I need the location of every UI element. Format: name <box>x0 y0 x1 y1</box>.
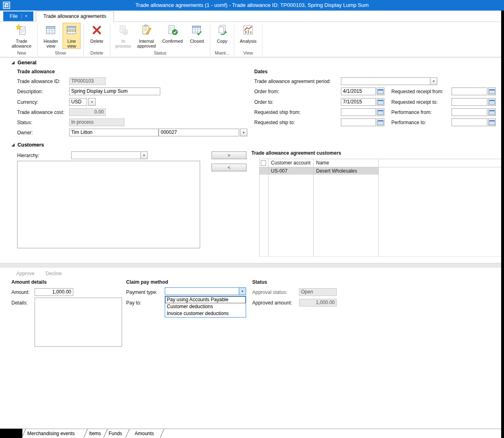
pay-to-label: Pay to: <box>126 300 141 306</box>
closed-button[interactable]: Closed <box>187 23 207 49</box>
ribbon: Trade allowance New Header view Line v <box>0 22 501 57</box>
column-header-name[interactable]: Name <box>316 160 329 166</box>
dropdown-icon[interactable]: ▾ <box>430 78 437 85</box>
analysis-button[interactable]: Analysis <box>237 23 259 49</box>
confirmed-button[interactable]: Confirmed <box>159 23 185 49</box>
details-label: Details: <box>11 300 28 306</box>
move-left-button[interactable]: < <box>212 164 247 171</box>
status-field: In process <box>69 118 124 126</box>
tab-merchandising-events[interactable]: Merchandising events <box>27 431 75 436</box>
performance-from-label: Performance from: <box>391 110 432 115</box>
delete-button[interactable]: Delete <box>87 23 107 49</box>
dropdown-icon[interactable]: ▾ <box>140 152 147 159</box>
ribbon-group-new: Trade allowance New <box>7 23 36 57</box>
requested-receipt-to-calendar-icon[interactable] <box>488 98 496 106</box>
dropdown-icon[interactable]: ▾ <box>239 288 246 295</box>
owner-name-field[interactable]: Tim Litton <box>69 129 159 136</box>
decline-button: Decline <box>46 271 62 276</box>
trade-allowance-id-label: Trade allowance ID: <box>17 79 60 84</box>
payment-option[interactable]: Invoice customer deductions <box>165 310 246 317</box>
collapse-icon <box>11 143 15 147</box>
hierarchy-combo[interactable]: ▾ <box>71 151 148 159</box>
order-from-label: Order from: <box>254 89 279 94</box>
order-to-field[interactable]: 7/1/2015 <box>341 98 376 106</box>
chevron-down-icon: ▾ <box>22 13 27 19</box>
header-view-icon <box>45 24 57 38</box>
cell-customer-name[interactable]: Desert Wholesales <box>316 168 357 174</box>
copy-button[interactable]: Copy <box>213 23 231 49</box>
hierarchy-label: Hierarchy: <box>17 153 39 158</box>
requested-ship-from-calendar-icon[interactable] <box>377 108 384 116</box>
file-menu-button[interactable]: File ▾ <box>3 11 33 21</box>
trade-allowance-button[interactable]: Trade allowance <box>9 23 34 49</box>
general-section-header[interactable]: General <box>11 60 37 66</box>
requested-receipt-to-field[interactable] <box>452 98 487 106</box>
amount-field[interactable]: 1,000.00 <box>35 288 73 296</box>
ribbon-separator <box>234 24 234 56</box>
trade-allowance-cost-field: 0.00 <box>69 108 106 116</box>
move-right-button[interactable]: > <box>212 151 247 159</box>
agreement-period-combo[interactable]: ▾ <box>341 77 437 85</box>
app-window: Trade allowance agreements (1 - usmf) - … <box>0 0 504 438</box>
collapse-icon <box>11 61 15 64</box>
new-trade-allowance-icon <box>15 24 28 38</box>
closed-button-label: Closed <box>187 39 207 44</box>
ribbon-group-delete: Delete Delete <box>85 23 109 57</box>
payment-option[interactable]: Pay using Accounts Payable <box>165 296 246 303</box>
ribbon-group-view: Analysis View <box>236 23 261 57</box>
payment-type-combo[interactable]: ▾ <box>165 287 246 295</box>
customers-grid-title: Trade allowance agreement customers <box>251 150 341 156</box>
grid-border <box>268 159 268 256</box>
ribbon-group-maintain: Copy Maint... <box>212 23 233 57</box>
currency-dropdown-icon[interactable]: ▾ <box>88 98 96 106</box>
requested-ship-from-label: Requested ship from: <box>254 110 301 115</box>
ribbon-tab-trade-allowance-agreements[interactable]: Trade allowance agreements <box>36 11 114 22</box>
tab-amounts[interactable]: Amounts <box>135 431 154 436</box>
tab-funds[interactable]: Funds <box>109 431 122 436</box>
currency-label: Currency: <box>17 99 38 105</box>
ribbon-separator <box>37 24 37 56</box>
delete-icon <box>91 24 103 38</box>
payment-option[interactable]: Customer deductions <box>165 303 246 310</box>
desktop-edge <box>501 11 504 438</box>
panel-splitter[interactable] <box>0 263 501 267</box>
order-to-calendar-icon[interactable] <box>377 98 384 106</box>
internal-approved-button[interactable]: Internal approved <box>135 23 158 49</box>
requested-ship-to-field[interactable] <box>341 118 376 126</box>
owner-dropdown-icon[interactable]: ▾ <box>240 129 247 136</box>
confirmed-button-label: Confirmed <box>160 39 185 44</box>
owner-id-field[interactable]: 000027 <box>159 129 239 136</box>
hierarchy-customer-listbox[interactable] <box>17 161 200 248</box>
requested-ship-from-field[interactable] <box>341 108 376 116</box>
line-view-button-label: Line view <box>63 39 80 48</box>
header-view-button[interactable]: Header view <box>40 23 61 49</box>
column-header-customer-account[interactable]: Customer account <box>271 160 310 166</box>
performance-from-field[interactable] <box>452 108 487 116</box>
ribbon-group-label-delete: Delete <box>90 50 103 57</box>
tab-items[interactable]: Items <box>89 431 101 436</box>
order-from-field[interactable]: 4/1/2015 <box>341 88 376 95</box>
currency-field[interactable]: USD <box>69 98 87 106</box>
approve-button: Approve <box>16 271 35 276</box>
requested-receipt-from-field[interactable] <box>452 88 487 95</box>
details-textarea[interactable] <box>35 298 122 347</box>
select-all-checkbox[interactable] <box>261 160 266 166</box>
requested-ship-to-calendar-icon[interactable] <box>377 118 384 126</box>
in-process-button-label: In process <box>113 39 133 48</box>
trade-allowance-cost-label: Trade allowance cost: <box>17 110 64 115</box>
cell-customer-account[interactable]: US-007 <box>271 168 288 174</box>
agreement-period-value <box>341 78 430 85</box>
customers-section-header[interactable]: Customers <box>11 142 44 148</box>
description-field[interactable]: Spring Display Lump Sum <box>69 88 160 95</box>
performance-from-calendar-icon[interactable] <box>488 108 496 116</box>
general-section-title: General <box>17 60 37 66</box>
requested-receipt-from-calendar-icon[interactable] <box>488 88 496 95</box>
performance-to-field[interactable] <box>452 118 487 126</box>
performance-to-calendar-icon[interactable] <box>488 118 496 126</box>
dates-subheader: Dates <box>254 69 268 74</box>
hierarchy-value <box>72 152 140 159</box>
order-from-calendar-icon[interactable] <box>377 88 384 95</box>
grid-border <box>378 159 379 256</box>
line-view-button[interactable]: Line view <box>63 23 81 49</box>
analysis-button-label: Analysis <box>238 39 259 44</box>
